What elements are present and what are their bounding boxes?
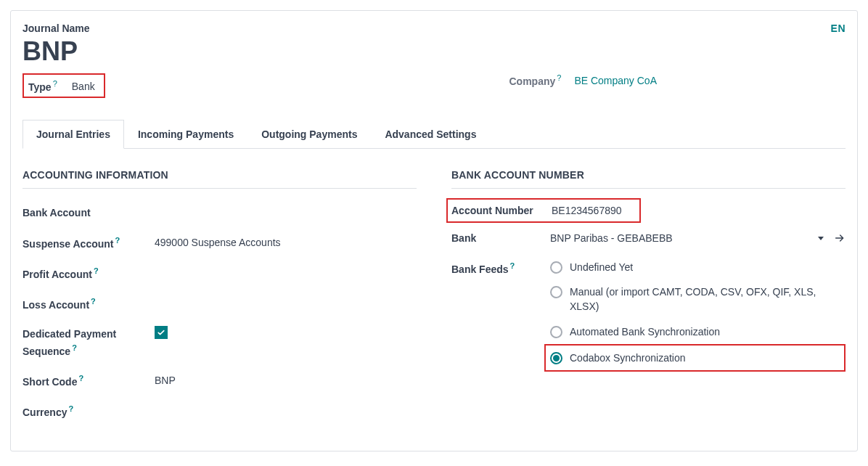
left-column: ACCOUNTING INFORMATION Bank Account Susp… [22,169,417,433]
company-value[interactable]: BE Company CoA [574,75,657,86]
help-icon[interactable]: ? [510,261,515,270]
bank-label: Bank [451,232,476,244]
external-link-icon[interactable] [834,232,846,244]
help-icon[interactable]: ? [557,73,561,82]
dedicated-payment-sequence-label: Dedicated Payment Sequence [22,328,116,357]
check-icon [157,328,165,337]
row-short-code: Short Code? BNP [22,372,417,390]
type-field-highlight: Type? Bank [22,73,105,99]
loss-account-label: Loss Account [22,298,89,310]
row-dedicated-payment-sequence: Dedicated Payment Sequence? [22,326,417,359]
profit-account-label: Profit Account [22,268,92,279]
account-number-value[interactable]: BE1234567890 [552,205,622,216]
tabs: Journal Entries Incoming Payments Outgoi… [22,120,846,149]
tab-incoming-payments[interactable]: Incoming Payments [124,120,247,149]
section-title-accounting: ACCOUNTING INFORMATION [22,169,417,189]
short-code-label: Short Code [22,376,77,388]
journal-name-label: Journal Name [22,23,831,34]
bank-feeds-radio-group: Undefined Yet Manual (or import CAMT, CO… [550,260,846,372]
type-company-row: Type? Bank Company? BE Company CoA [22,73,846,99]
type-label: Type? [28,79,57,93]
dropdown-caret-icon[interactable] [818,237,824,240]
radio-icon [550,286,562,298]
radio-icon [550,326,562,338]
bank-account-label: Bank Account [22,207,91,218]
row-bank-account: Bank Account [22,205,417,221]
row-currency: Currency? [22,403,417,420]
row-loss-account: Loss Account? [22,295,417,313]
bank-feeds-label: Bank Feeds [451,263,509,274]
short-code-value[interactable]: BNP [155,372,417,388]
account-number-highlight: Account Number BE1234567890 [446,198,641,223]
section-title-bank-account: BANK ACCOUNT NUMBER [451,169,846,189]
radio-automated-sync[interactable]: Automated Bank Synchronization [550,324,846,339]
radio-icon [550,352,562,364]
type-value[interactable]: Bank [72,81,95,92]
suspense-account-value[interactable]: 499000 Suspense Accounts [155,234,417,250]
help-icon[interactable]: ? [72,343,77,352]
columns: ACCOUNTING INFORMATION Bank Account Susp… [22,169,846,433]
help-icon[interactable]: ? [94,266,99,275]
help-icon[interactable]: ? [91,297,96,306]
radio-icon [550,261,562,274]
row-bank-feeds: Bank Feeds? Undefined Yet Manual (or imp… [451,260,846,372]
right-column: BANK ACCOUNT NUMBER Account Number BE123… [451,169,846,433]
language-button[interactable]: EN [831,23,846,34]
radio-manual-import[interactable]: Manual (or import CAMT, CODA, CSV, OFX, … [550,285,846,314]
row-suspense-account: Suspense Account? 499000 Suspense Accoun… [22,234,417,252]
tab-journal-entries[interactable]: Journal Entries [22,120,124,149]
header-row: Journal Name BNP EN [22,23,846,73]
suspense-account-label: Suspense Account [22,237,114,249]
help-icon[interactable]: ? [115,236,120,245]
radio-codabox-highlight: Codabox Synchronization [544,344,846,372]
company-label: Company? [509,73,561,87]
account-number-label: Account Number [451,205,552,216]
dedicated-payment-sequence-checkbox[interactable] [155,326,168,339]
journal-name-value[interactable]: BNP [22,37,831,66]
radio-codabox-sync[interactable]: Codabox Synchronization [550,351,686,365]
tab-advanced-settings[interactable]: Advanced Settings [371,120,490,149]
help-icon[interactable]: ? [53,79,57,88]
bank-value[interactable]: BNP Paribas - GEBABEBB [550,230,673,246]
help-icon[interactable]: ? [78,374,83,383]
company-field: Company? BE Company CoA [509,73,846,99]
radio-undefined-yet[interactable]: Undefined Yet [550,260,846,274]
row-profit-account: Profit Account? [22,265,417,282]
form-card: Journal Name BNP EN Type? Bank Company? … [10,10,858,451]
tab-outgoing-payments[interactable]: Outgoing Payments [247,120,371,149]
currency-label: Currency [22,406,67,418]
row-bank: Bank BNP Paribas - GEBABEBB [451,230,846,246]
help-icon[interactable]: ? [68,404,73,413]
